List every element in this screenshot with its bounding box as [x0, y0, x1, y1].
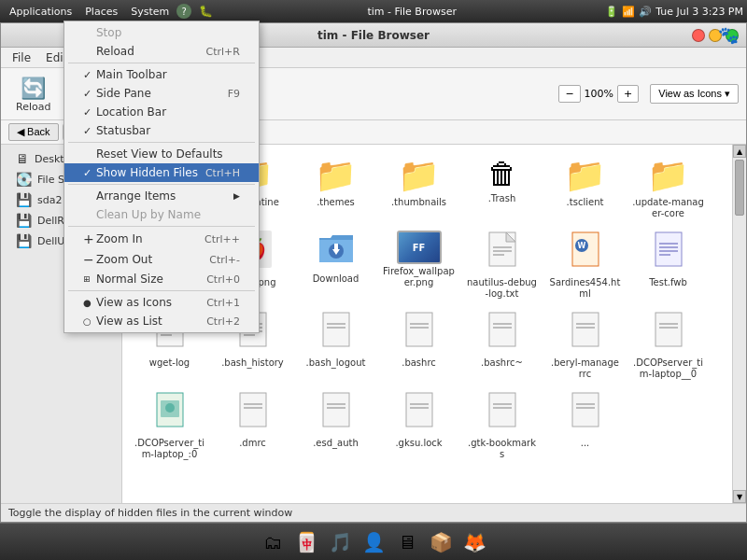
folder-icon: 📁 [647, 156, 689, 195]
menu-main-toolbar[interactable]: ✓ Main Toolbar [64, 65, 259, 84]
menu-show-hidden[interactable]: ✓ Show Hidden Files Ctrl+H [64, 163, 259, 182]
sep3 [68, 184, 255, 185]
menu-view-list[interactable]: ○ View as List Ctrl+2 [64, 312, 259, 330]
desktop-icon: 🖥 [16, 151, 29, 166]
file-item-test-fwb[interactable]: Test.fwb [628, 227, 708, 303]
help-icon[interactable]: ? [176, 4, 191, 19]
file-item-partial[interactable]: ... [545, 387, 625, 464]
view-icons-shortcut: Ctrl+1 [206, 297, 240, 309]
scroll-track[interactable] [733, 158, 746, 490]
taskbar-user-icon[interactable]: 👤 [359, 527, 388, 557]
file-item-esd-auth[interactable]: .esd_auth [296, 387, 375, 464]
file-item-sardines[interactable]: W Sardines454.html [545, 227, 625, 303]
view-icons-label: View as Icons [96, 296, 172, 309]
zoom-out-label: Zoom Out [96, 253, 152, 266]
file-label: .gksu.lock [395, 438, 442, 449]
view-as-button[interactable]: View as Icons ▾ [650, 84, 739, 104]
file-item-trash[interactable]: 🗑 .Trash [462, 152, 542, 223]
back-button[interactable]: ◀ Back [8, 123, 59, 141]
file-item-bashrc-tilde[interactable]: .bashrc~ [462, 307, 542, 384]
zoom-in-check: + [83, 231, 96, 246]
file-item-themes[interactable]: 📁 .themes [296, 152, 375, 223]
menu-stop[interactable]: Stop [64, 23, 259, 42]
reset-label: Reset View to Defaults [96, 147, 223, 161]
menu-view-icons[interactable]: ● View as Icons Ctrl+1 [64, 293, 259, 312]
file-label: nautilus-debug-log.txt [466, 277, 538, 300]
html-file-icon: W [569, 231, 602, 275]
menu-zoom-in[interactable]: + Zoom In Ctrl++ [64, 229, 259, 249]
file-label: Firefox_wallpaper.png [383, 266, 455, 288]
zoom-in-shortcut: Ctrl++ [204, 233, 240, 245]
taskbar-package-icon[interactable]: 📦 [426, 527, 456, 557]
places-menu[interactable]: Places [79, 4, 123, 20]
menu-cleanup[interactable]: Clean Up by Name [64, 205, 259, 224]
taskbar-firefox-icon[interactable]: 🦊 [459, 527, 489, 557]
view-menu-dropdown[interactable]: Stop Reload Ctrl+R ✓ Main Toolbar ✓ Side… [63, 21, 260, 333]
file-item-update-manager[interactable]: 📁 .update-manager-core [628, 152, 708, 223]
zoom-minus-button[interactable]: − [558, 85, 580, 103]
file-item-gksu[interactable]: .gksu.lock [379, 387, 458, 464]
dellres-icon: 💾 [16, 213, 32, 228]
sep5 [68, 290, 255, 291]
menu-reset-view[interactable]: Reset View to Defaults [64, 145, 259, 163]
menu-reload[interactable]: Reload Ctrl+R [64, 42, 259, 61]
show-hidden-label: Show Hidden Files [96, 166, 198, 179]
view-list-label: View as List [96, 315, 162, 328]
file-txt-icon6 [236, 391, 270, 436]
svg-rect-4 [334, 244, 338, 250]
system-menu[interactable]: System [125, 4, 175, 20]
reload-icon: 🔄 [21, 75, 46, 101]
file-item-gtk-bookmarks[interactable]: .gtk-bookmarks [462, 387, 542, 464]
file-label: .themes [317, 197, 355, 208]
file-label: .beryl-managerrc [549, 357, 621, 380]
file-label: .bash_history [221, 357, 284, 369]
reload-shortcut: Ctrl+R [206, 46, 240, 58]
file-label: Sardines454.html [549, 277, 621, 300]
file-item-nautilus-log[interactable]: nautilus-debug-log.txt [462, 227, 542, 303]
file-item-dmrc[interactable]: .dmrc [213, 387, 292, 464]
gnome-logo: 🐾 [718, 25, 739, 45]
file-item-bashrc[interactable]: .bashrc [379, 307, 458, 384]
file-item-download[interactable]: Download [296, 227, 375, 303]
file-item-beryl[interactable]: .beryl-managerrc [545, 307, 625, 384]
close-button[interactable] [692, 29, 705, 42]
file-txt-icon2 [402, 311, 436, 356]
scroll-thumb[interactable] [735, 160, 744, 216]
file-item-bash-logout[interactable]: .bash_logout [296, 307, 375, 384]
taskbar-files-icon[interactable]: 🗂 [258, 527, 288, 557]
file-item-firefox-wallpaper[interactable]: FF Firefox_wallpaper.png [379, 227, 458, 303]
scrollbar[interactable]: ▲ ▼ [732, 145, 746, 503]
folder-icon: 📁 [398, 156, 440, 195]
normal-size-check: ⊞ [83, 274, 96, 284]
file-item-dcop0[interactable]: .DCOPserver_tim-laptop__0 [628, 307, 708, 384]
taskbar-music-icon[interactable]: 🎵 [325, 527, 355, 557]
menu-arrange-items[interactable]: Arrange Items [64, 187, 259, 205]
taskbar-monitor-icon[interactable]: 🖥 [392, 527, 422, 557]
reload-button[interactable]: 🔄 Reload [8, 71, 58, 117]
svg-rect-27 [323, 313, 349, 346]
menu-side-pane[interactable]: ✓ Side Pane F9 [64, 84, 259, 103]
zoom-plus-button[interactable]: + [617, 85, 639, 103]
menu-zoom-out[interactable]: − Zoom Out Ctrl+- [64, 249, 259, 270]
panel-right: 🔋 📶 🔊 Tue Jul 3 3:23 PM [605, 6, 743, 18]
download-folder-icon [317, 231, 355, 272]
menu-statusbar[interactable]: ✓ Statusbar [64, 121, 259, 140]
applications-menu[interactable]: Applications [4, 4, 78, 20]
file-label: Download [313, 273, 359, 285]
location-bar-label: Location Bar [96, 105, 166, 119]
menu-normal-size[interactable]: ⊞ Normal Size Ctrl+0 [64, 270, 259, 288]
menu-location-bar[interactable]: ✓ Location Bar [64, 103, 259, 121]
file-txt-icon [319, 311, 353, 356]
file-item-thumbnails[interactable]: 📁 .thumbnails [379, 152, 458, 223]
scroll-down-button[interactable]: ▼ [733, 490, 746, 503]
file-txt-icon4 [569, 311, 602, 356]
file-txt-icon9 [486, 391, 519, 436]
show-hidden-shortcut: Ctrl+H [205, 167, 240, 179]
file-item-dcop1[interactable]: .DCOPserver_tim-laptop_:0 [130, 387, 209, 464]
scroll-up-button[interactable]: ▲ [733, 145, 746, 158]
view-list-shortcut: Ctrl+2 [206, 315, 240, 328]
clock: Tue Jul 3 3:23 PM [655, 6, 743, 18]
menu-file[interactable]: File [5, 49, 38, 66]
file-item-tsclient[interactable]: 📁 .tsclient [545, 152, 625, 223]
taskbar-mahjong-icon[interactable]: 🀄 [291, 527, 321, 557]
